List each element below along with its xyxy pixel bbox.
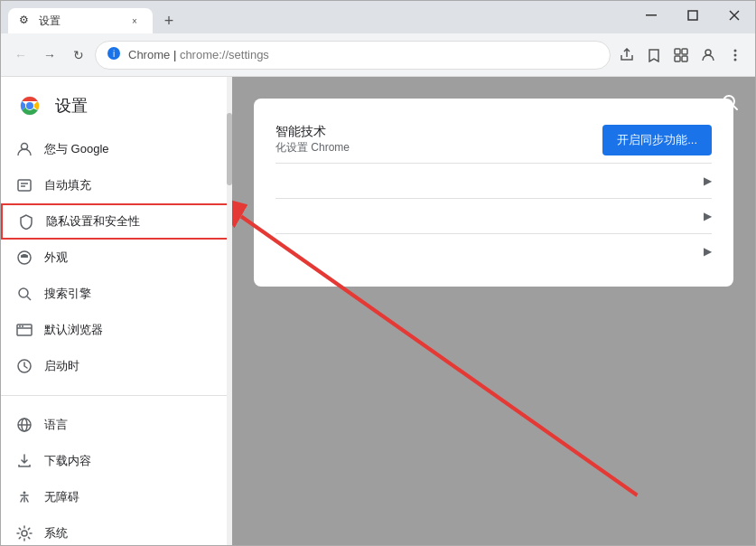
system-icon bbox=[15, 524, 33, 542]
svg-rect-8 bbox=[675, 56, 680, 61]
svg-line-35 bbox=[733, 106, 738, 110]
sidebar-header: 设置 bbox=[1, 77, 231, 127]
autofill-icon bbox=[15, 176, 33, 194]
sidebar-item-startup[interactable]: 启动时 bbox=[1, 348, 231, 384]
minimize-button[interactable] bbox=[630, 1, 672, 30]
sidebar: 设置 您与 Google bbox=[1, 77, 232, 545]
sidebar-item-system[interactable]: 系统 bbox=[1, 515, 231, 545]
svg-point-11 bbox=[734, 49, 737, 52]
url-path: chrome://settings bbox=[180, 48, 269, 61]
bookmark-icon[interactable] bbox=[641, 42, 667, 68]
chevron-right-3: ▶ bbox=[704, 245, 712, 258]
svg-point-32 bbox=[23, 492, 26, 494]
svg-line-23 bbox=[27, 297, 31, 300]
download-icon bbox=[15, 452, 33, 470]
sidebar-item-privacy[interactable]: 隐私设置和安全性 bbox=[1, 203, 231, 240]
svg-point-21 bbox=[26, 255, 28, 257]
content-padding: 智能技术 化设置 Chrome 开启同步功能... ▶ ▶ bbox=[232, 77, 755, 323]
sidebar-nav-primary: 您与 Google 自动填充 bbox=[1, 127, 231, 388]
list-row-2[interactable]: ▶ bbox=[275, 198, 712, 233]
url-separator: | bbox=[173, 48, 180, 61]
svg-rect-18 bbox=[18, 180, 31, 191]
sync-button[interactable]: 开启同步功能... bbox=[602, 125, 712, 155]
person-icon bbox=[15, 140, 33, 158]
sidebar-item-default-browser[interactable]: 默认浏览器 bbox=[1, 312, 231, 348]
sidebar-item-label-you-and-google: 您与 Google bbox=[44, 141, 109, 157]
chevron-right-2: ▶ bbox=[704, 210, 712, 222]
tab-title: 设置 bbox=[39, 14, 122, 29]
restore-button[interactable] bbox=[672, 1, 714, 30]
titlebar: ⚙ 设置 × + bbox=[1, 1, 755, 33]
svg-point-27 bbox=[22, 325, 23, 327]
sync-title: 智能技术 bbox=[275, 124, 602, 140]
back-button[interactable]: ← bbox=[8, 42, 33, 68]
startup-icon bbox=[15, 357, 33, 375]
sidebar-item-label-search: 搜索引擎 bbox=[44, 286, 91, 302]
svg-point-22 bbox=[19, 288, 28, 297]
url-bar[interactable]: i Chrome | chrome://settings bbox=[95, 41, 611, 70]
sync-subtitle: 化设置 Chrome bbox=[275, 140, 602, 155]
sidebar-item-autofill[interactable]: 自动填充 bbox=[1, 167, 231, 203]
tab-close-button[interactable]: × bbox=[127, 14, 142, 28]
tabs-area: ⚙ 设置 × + bbox=[1, 1, 182, 33]
svg-point-33 bbox=[22, 531, 27, 536]
accessibility-icon bbox=[15, 488, 33, 506]
appearance-icon bbox=[15, 249, 33, 267]
sidebar-item-label-startup: 启动时 bbox=[44, 358, 79, 374]
svg-rect-1 bbox=[688, 11, 697, 20]
close-button[interactable] bbox=[714, 1, 755, 30]
sidebar-item-you-and-google[interactable]: 您与 Google bbox=[1, 131, 231, 167]
menu-icon[interactable] bbox=[723, 42, 748, 68]
sidebar-item-downloads[interactable]: 下载内容 bbox=[1, 443, 231, 479]
share-icon[interactable] bbox=[614, 42, 639, 68]
sidebar-wrapper: 设置 您与 Google bbox=[1, 77, 232, 545]
sidebar-title: 设置 bbox=[55, 95, 88, 117]
profile-icon[interactable] bbox=[695, 42, 721, 68]
nav-divider bbox=[1, 395, 231, 396]
sidebar-item-label-accessibility: 无障碍 bbox=[44, 489, 79, 505]
forward-button[interactable]: → bbox=[37, 42, 62, 68]
content-search-icon[interactable] bbox=[719, 91, 741, 113]
url-text: Chrome | chrome://settings bbox=[128, 48, 269, 61]
sidebar-item-label-default-browser: 默认浏览器 bbox=[44, 322, 103, 338]
sync-row: 智能技术 化设置 Chrome 开启同步功能... bbox=[275, 117, 712, 163]
url-domain: Chrome bbox=[128, 48, 170, 61]
search-icon bbox=[15, 285, 33, 303]
sidebar-item-accessibility[interactable]: 无障碍 bbox=[1, 479, 231, 515]
shield-icon bbox=[17, 212, 35, 231]
browser-icon bbox=[15, 321, 33, 339]
toolbar-icons bbox=[614, 42, 748, 68]
svg-point-13 bbox=[734, 58, 737, 61]
sidebar-item-languages[interactable]: 语言 bbox=[1, 407, 231, 443]
svg-rect-9 bbox=[682, 56, 687, 61]
globe-icon bbox=[15, 416, 33, 434]
sidebar-item-label-downloads: 下载内容 bbox=[44, 453, 91, 469]
svg-rect-7 bbox=[682, 49, 687, 54]
new-tab-button[interactable]: + bbox=[156, 8, 182, 33]
window-controls bbox=[630, 1, 755, 30]
addressbar: ← → ↻ i Chrome | chrome://settings bbox=[1, 33, 755, 77]
svg-point-26 bbox=[19, 325, 21, 327]
sidebar-item-search[interactable]: 搜索引擎 bbox=[1, 276, 231, 312]
active-tab[interactable]: ⚙ 设置 × bbox=[8, 8, 153, 33]
tab-favicon: ⚙ bbox=[19, 14, 33, 28]
list-row-3[interactable]: ▶ bbox=[275, 233, 712, 268]
svg-point-10 bbox=[705, 50, 711, 55]
list-row-1[interactable]: ▶ bbox=[275, 163, 712, 198]
sidebar-item-label-autofill: 自动填充 bbox=[44, 177, 91, 193]
sidebar-item-appearance[interactable]: 外观 bbox=[1, 240, 231, 276]
sidebar-nav-secondary: 语言 下载内容 bbox=[1, 403, 231, 545]
site-security-icon: i bbox=[107, 46, 121, 63]
svg-rect-6 bbox=[675, 49, 680, 54]
svg-point-20 bbox=[21, 255, 23, 257]
chevron-right-1: ▶ bbox=[704, 174, 712, 187]
sidebar-item-label-appearance: 外观 bbox=[44, 249, 68, 266]
extensions-icon[interactable] bbox=[668, 42, 694, 68]
main-content: 设置 您与 Google bbox=[1, 77, 755, 545]
sidebar-item-label-privacy: 隐私设置和安全性 bbox=[46, 213, 140, 230]
svg-point-12 bbox=[734, 53, 737, 56]
sidebar-item-label-languages: 语言 bbox=[44, 417, 68, 433]
browser-window: ⚙ 设置 × + ← → bbox=[0, 0, 756, 546]
reload-button[interactable]: ↻ bbox=[66, 42, 91, 68]
svg-text:i: i bbox=[113, 49, 115, 59]
